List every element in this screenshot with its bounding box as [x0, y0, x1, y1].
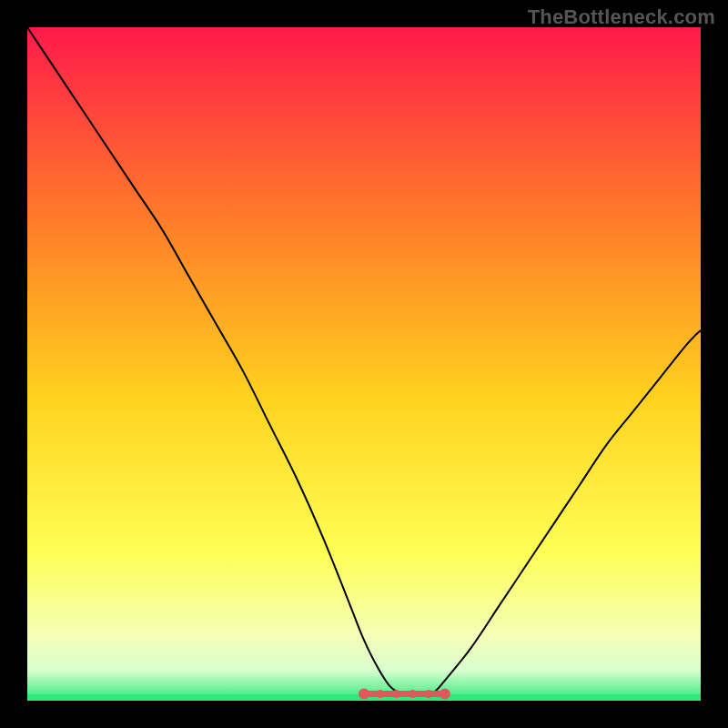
watermark-text: TheBottleneck.com [528, 5, 715, 29]
svg-point-4 [409, 690, 417, 698]
svg-point-8 [440, 689, 450, 700]
plot-area [27, 27, 701, 701]
svg-point-3 [392, 690, 400, 698]
svg-point-5 [425, 690, 433, 698]
chart-svg [27, 27, 701, 701]
gradient-rect [27, 27, 701, 701]
chart-frame: TheBottleneck.com [0, 0, 728, 728]
svg-point-7 [359, 689, 369, 700]
svg-point-2 [376, 690, 384, 698]
